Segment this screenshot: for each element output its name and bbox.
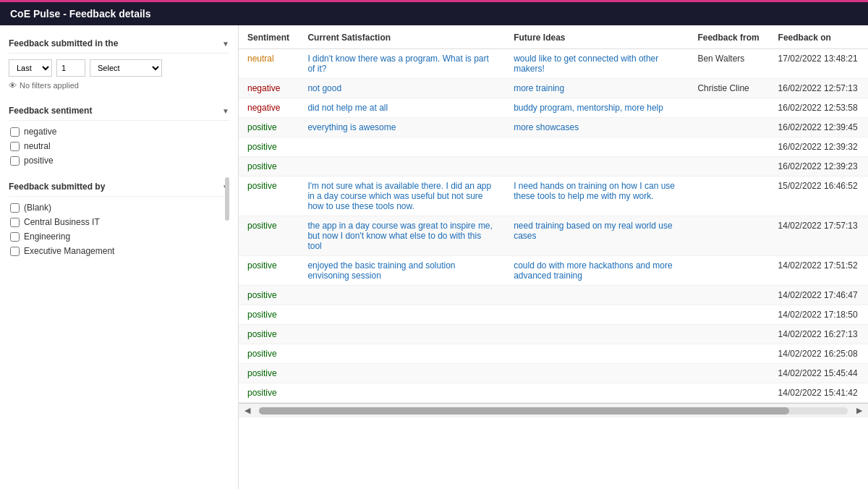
submitter-blank-item[interactable]: (Blank) bbox=[10, 203, 229, 213]
cell-future-ideas bbox=[505, 157, 689, 177]
cell-future-ideas bbox=[505, 325, 689, 344]
sentiment-filter-section: Feedback sentiment ▼ negative neutral po… bbox=[9, 101, 229, 166]
cell-feedback-on: 16/02/2022 12:39:23 bbox=[770, 157, 868, 177]
cell-sentiment: neutral bbox=[239, 49, 299, 79]
table-row: positive 14/02/2022 16:27:13 bbox=[239, 325, 868, 344]
cell-future-ideas bbox=[505, 344, 689, 364]
cell-sentiment: positive bbox=[239, 157, 299, 177]
cell-feedback-from bbox=[689, 364, 769, 383]
sentiment-filter-header[interactable]: Feedback sentiment ▼ bbox=[9, 101, 229, 121]
submitter-blank-checkbox[interactable] bbox=[10, 203, 20, 213]
no-filters-indicator: 👁 No filters applied bbox=[9, 81, 229, 90]
submitter-exec-checkbox[interactable] bbox=[10, 247, 20, 256]
cell-feedback-from bbox=[689, 137, 769, 157]
cell-sentiment: positive bbox=[239, 256, 299, 286]
cell-current-satisfaction: I'm not sure what is available there. I … bbox=[299, 177, 505, 216]
sidebar: Feedback submitted in the ▼ Last Next Se… bbox=[0, 25, 239, 489]
cell-feedback-from bbox=[689, 344, 769, 364]
cell-sentiment: positive bbox=[239, 216, 299, 256]
cell-current-satisfaction: the app in a day course was great to ins… bbox=[299, 216, 505, 256]
submitter-blank-label: (Blank) bbox=[24, 203, 51, 213]
sentiment-filter-label: Feedback sentiment bbox=[9, 106, 92, 116]
cell-feedback-on: 16/02/2022 12:53:58 bbox=[770, 98, 868, 118]
time-filter-chevron-icon: ▼ bbox=[222, 40, 229, 48]
submitter-cbit-item[interactable]: Central Business IT bbox=[10, 217, 229, 227]
sentiment-positive-checkbox[interactable] bbox=[10, 156, 20, 166]
sentiment-neutral-checkbox[interactable] bbox=[10, 142, 20, 151]
cell-sentiment: positive bbox=[239, 305, 299, 325]
submitter-exec-item[interactable]: Executive Management bbox=[10, 246, 229, 256]
cell-feedback-on: 14/02/2022 17:51:52 bbox=[770, 256, 868, 286]
main-content: Sentiment Current Satisfaction Future Id… bbox=[239, 25, 868, 489]
cell-sentiment: positive bbox=[239, 118, 299, 137]
cell-sentiment: negative bbox=[239, 98, 299, 118]
cell-future-ideas: need training based on my real world use… bbox=[505, 216, 689, 256]
cell-sentiment: positive bbox=[239, 286, 299, 305]
time-filter-section: Feedback submitted in the ▼ Last Next Se… bbox=[9, 34, 229, 90]
cell-current-satisfaction: enjoyed the basic training and solution … bbox=[299, 256, 505, 286]
sentiment-checkbox-group: negative neutral positive bbox=[9, 127, 229, 166]
cell-current-satisfaction bbox=[299, 305, 505, 325]
cell-feedback-on: 14/02/2022 17:57:13 bbox=[770, 216, 868, 256]
no-filters-label: No filters applied bbox=[20, 81, 79, 90]
submitted-by-filter-label: Feedback submitted by bbox=[9, 182, 105, 192]
scrollbar-thumb[interactable] bbox=[259, 407, 789, 414]
submitter-engineering-item[interactable]: Engineering bbox=[10, 231, 229, 242]
time-filter-controls: Last Next Select Days Weeks Months bbox=[9, 59, 229, 77]
cell-future-ideas bbox=[505, 137, 689, 157]
cell-feedback-from bbox=[689, 325, 769, 344]
sidebar-scrollbar[interactable] bbox=[225, 177, 229, 221]
table-container[interactable]: Sentiment Current Satisfaction Future Id… bbox=[239, 25, 868, 489]
sentiment-negative-checkbox[interactable] bbox=[10, 127, 20, 137]
feedback-table: Sentiment Current Satisfaction Future Id… bbox=[239, 25, 868, 403]
cell-feedback-on: 16/02/2022 12:57:13 bbox=[770, 79, 868, 98]
scroll-left-icon[interactable]: ◀ bbox=[239, 406, 256, 415]
cell-current-satisfaction bbox=[299, 157, 505, 177]
cell-feedback-on: 17/02/2022 13:48:21 bbox=[770, 49, 868, 79]
col-future-ideas: Future Ideas bbox=[505, 25, 689, 49]
col-sentiment: Sentiment bbox=[239, 25, 299, 49]
cell-sentiment: positive bbox=[239, 364, 299, 383]
scroll-right-icon[interactable]: ▶ bbox=[851, 406, 868, 415]
submitter-cbit-checkbox[interactable] bbox=[10, 218, 20, 227]
title-bar: CoE Pulse - Feedback details bbox=[0, 0, 868, 25]
sentiment-positive-item[interactable]: positive bbox=[10, 156, 229, 166]
period-number-input[interactable] bbox=[56, 59, 85, 77]
sentiment-filter-chevron-icon: ▼ bbox=[222, 107, 229, 115]
cell-current-satisfaction bbox=[299, 364, 505, 383]
table-row: positive the app in a day course was gre… bbox=[239, 216, 868, 256]
period-unit-select[interactable]: Select Days Weeks Months bbox=[90, 59, 162, 77]
cell-feedback-from bbox=[689, 118, 769, 137]
cell-current-satisfaction bbox=[299, 137, 505, 157]
submitter-cbit-label: Central Business IT bbox=[24, 217, 100, 227]
cell-sentiment: positive bbox=[239, 177, 299, 216]
submitter-engineering-checkbox[interactable] bbox=[10, 232, 20, 242]
col-feedback-from: Feedback from bbox=[689, 25, 769, 49]
cell-future-ideas bbox=[505, 383, 689, 403]
sentiment-negative-label: negative bbox=[24, 127, 56, 137]
period-select[interactable]: Last Next bbox=[9, 59, 52, 77]
cell-sentiment: positive bbox=[239, 325, 299, 344]
cell-feedback-on: 14/02/2022 16:27:13 bbox=[770, 325, 868, 344]
cell-feedback-on: 16/02/2022 12:39:45 bbox=[770, 118, 868, 137]
table-row: neutral I didn't know there was a progra… bbox=[239, 49, 868, 79]
cell-current-satisfaction: everything is awesome bbox=[299, 118, 505, 137]
cell-feedback-on: 14/02/2022 15:41:42 bbox=[770, 383, 868, 403]
table-row: positive 14/02/2022 15:41:42 bbox=[239, 383, 868, 403]
time-filter-header[interactable]: Feedback submitted in the ▼ bbox=[9, 34, 229, 54]
horizontal-scrollbar[interactable]: ◀ ▶ bbox=[239, 403, 868, 417]
cell-feedback-on: 14/02/2022 17:46:47 bbox=[770, 286, 868, 305]
sentiment-negative-item[interactable]: negative bbox=[10, 127, 229, 137]
cell-feedback-from bbox=[689, 157, 769, 177]
cell-feedback-from: Christie Cline bbox=[689, 79, 769, 98]
scrollbar-track[interactable] bbox=[259, 407, 848, 414]
cell-current-satisfaction bbox=[299, 344, 505, 364]
submitted-by-filter-header[interactable]: Feedback submitted by ▼ bbox=[9, 177, 229, 197]
cell-sentiment: positive bbox=[239, 344, 299, 364]
cell-feedback-from bbox=[689, 383, 769, 403]
cell-current-satisfaction: did not help me at all bbox=[299, 98, 505, 118]
page-title: CoE Pulse - Feedback details bbox=[10, 8, 151, 20]
table-row: positive 14/02/2022 16:25:08 bbox=[239, 344, 868, 364]
cell-current-satisfaction: not good bbox=[299, 79, 505, 98]
sentiment-neutral-item[interactable]: neutral bbox=[10, 141, 229, 151]
